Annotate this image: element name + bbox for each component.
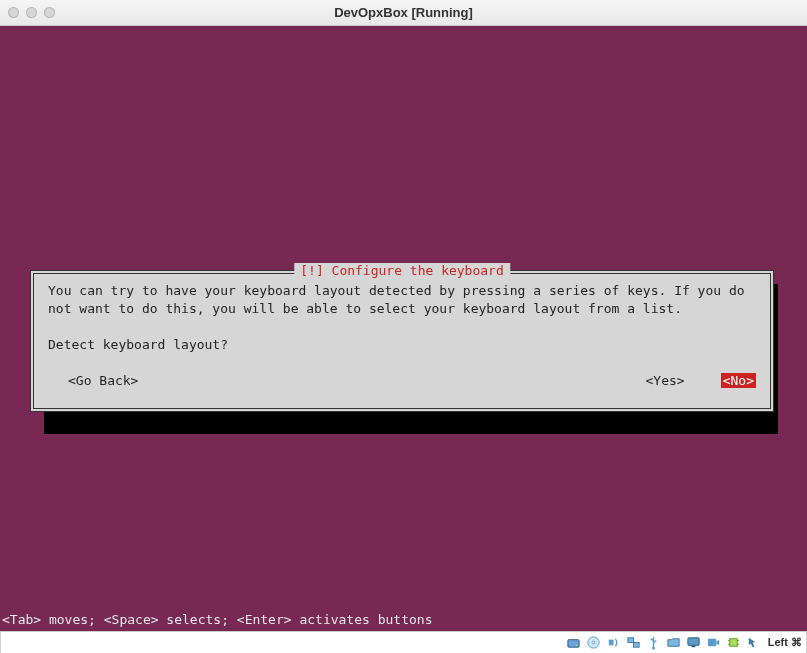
display-icon[interactable] — [686, 635, 702, 651]
mouse-integration-icon[interactable] — [746, 635, 762, 651]
vm-screen[interactable]: [!] Configure the keyboard You can try t… — [0, 26, 807, 631]
svg-rect-5 — [628, 638, 634, 643]
statusbar: Left ⌘ — [0, 631, 807, 653]
minimize-window-button[interactable] — [26, 7, 37, 18]
svg-rect-6 — [634, 643, 640, 648]
svg-point-3 — [592, 641, 595, 644]
optical-disk-icon[interactable] — [586, 635, 602, 651]
titlebar: DevOpxBox [Running] — [0, 0, 807, 26]
go-back-button[interactable]: <Go Back> — [68, 373, 138, 388]
svg-rect-11 — [708, 639, 716, 647]
svg-rect-10 — [692, 645, 696, 647]
recording-icon[interactable] — [706, 635, 722, 651]
dialog-prompt: Detect keyboard layout? — [48, 336, 760, 354]
close-window-button[interactable] — [8, 7, 19, 18]
svg-point-1 — [577, 644, 579, 646]
dialog-body: You can try to have your keyboard layout… — [48, 282, 760, 318]
svg-rect-12 — [730, 639, 738, 647]
shared-folders-icon[interactable] — [666, 635, 682, 651]
svg-point-8 — [652, 647, 655, 650]
processor-icon[interactable] — [726, 635, 742, 651]
zoom-window-button[interactable] — [44, 7, 55, 18]
usb-icon[interactable] — [646, 635, 662, 651]
svg-rect-4 — [609, 640, 614, 646]
svg-rect-9 — [688, 638, 699, 646]
window-title: DevOpxBox [Running] — [0, 5, 807, 20]
hard-disk-icon[interactable] — [566, 635, 582, 651]
network-icon[interactable] — [626, 635, 642, 651]
configure-keyboard-dialog: [!] Configure the keyboard You can try t… — [30, 270, 774, 412]
help-text: <Tab> moves; <Space> selects; <Enter> ac… — [2, 612, 432, 627]
audio-icon[interactable] — [606, 635, 622, 651]
host-key-indicator[interactable]: Left ⌘ — [768, 636, 802, 649]
yes-button[interactable]: <Yes> — [646, 373, 685, 388]
no-button[interactable]: <No> — [721, 373, 756, 388]
dialog-title: [!] Configure the keyboard — [294, 263, 510, 278]
